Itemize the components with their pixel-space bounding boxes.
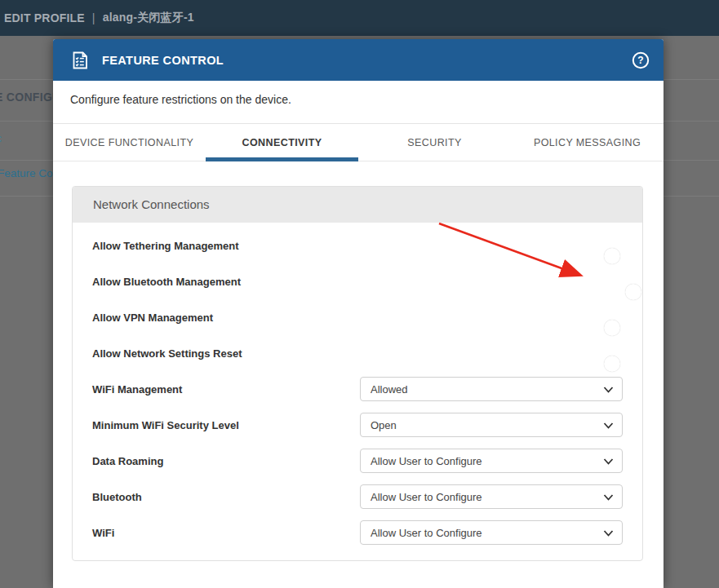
tab-connectivity[interactable]: CONNECTIVITY [206,124,358,161]
active-tab-underline [206,157,358,161]
dialog-header: FEATURE CONTROL ? [53,39,664,81]
tab-label: DEVICE FUNCTIONALITY [65,137,193,148]
chevron-down-icon [603,385,614,395]
tab-security[interactable]: SECURITY [358,124,511,161]
tab-policy-messaging[interactable]: POLICY MESSAGING [511,124,664,161]
setting-row: Allow Tethering Management [73,228,642,263]
tab-device-functionality[interactable]: DEVICE FUNCTIONALITY [53,124,206,161]
setting-label: Data Roaming [92,455,163,467]
dropdown-select[interactable]: Allow User to Configure [360,484,623,509]
setting-row: BluetoothAllow User to Configure [73,479,642,515]
setting-label: Allow Bluetooth Management [92,276,241,288]
chevron-down-icon [603,457,614,466]
setting-label: WiFi Management [92,383,182,396]
dropdown-select[interactable]: Allow User to Configure [360,449,623,473]
toggle-knob [604,248,620,264]
dialog-title: FEATURE CONTROL [102,54,224,67]
toggle-knob [604,356,620,372]
truncated-section-heading: E CONFIGUR [0,91,53,104]
selected-value: Open [371,419,397,431]
tab-bar: DEVICE FUNCTIONALITY CONNECTIVITY SECURI… [53,124,664,161]
setting-label: WiFi [92,527,114,539]
svg-text:?: ? [637,55,643,66]
toggle-knob [604,320,620,336]
setting-row: Allow Bluetooth Management [73,263,642,299]
setting-row: Data RoamingAllow User to Configure [73,443,642,479]
setting-row: Allow Network Settings Reset [73,335,642,371]
truncated-text-fragment: c [0,133,2,144]
setting-row: WiFiAllow User to Configure [73,515,642,550]
setting-label: Allow Network Settings Reset [92,347,242,360]
setting-row: Allow VPN Management [73,299,642,335]
chevron-down-icon [603,421,614,431]
top-bar: EDIT PROFILE | alang-关闭蓝牙-1 [0,0,719,36]
checklist-document-icon [69,50,91,71]
setting-label: Minimum WiFi Security Level [92,419,239,431]
chevron-down-icon [603,528,614,538]
setting-label: Bluetooth [92,491,142,503]
help-icon[interactable]: ? [631,51,650,70]
selected-value: Allow User to Configure [371,491,482,503]
tab-label: CONNECTIVITY [242,137,322,148]
chevron-down-icon [603,493,614,502]
dialog-body: Network Connections Allow Tethering Mana… [53,161,664,561]
setting-row: Minimum WiFi Security LevelOpen [73,407,642,443]
setting-label: Allow VPN Management [92,312,213,324]
dropdown-select[interactable]: Allowed [360,377,623,401]
network-connections-panel: Network Connections Allow Tethering Mana… [72,186,643,561]
page-title: EDIT PROFILE [4,11,85,24]
dimmed-background-left-strip: E CONFIGUR c Feature Con [0,36,53,588]
setting-label: Allow Tethering Management [92,240,239,252]
title-separator: | [92,11,95,24]
dropdown-select[interactable]: Allow User to Configure [360,520,623,545]
tab-label: POLICY MESSAGING [534,137,641,148]
feature-control-dialog: FEATURE CONTROL ? Configure feature rest… [53,39,664,588]
setting-row: WiFi ManagementAllowed [73,371,642,407]
tab-label: SECURITY [407,137,461,148]
section-rows: Allow Tethering ManagementAllow Bluetoot… [73,223,642,560]
section-title: Network Connections [73,187,642,223]
dropdown-select[interactable]: Open [360,413,623,437]
selected-value: Allow User to Configure [371,527,482,539]
toggle-knob [625,284,641,300]
selected-value: Allow User to Configure [371,455,482,467]
dialog-description: Configure feature restrictions on the de… [53,81,664,124]
screen: EDIT PROFILE | alang-关闭蓝牙-1 E CONFIGUR c… [0,0,719,588]
selected-value: Allowed [371,383,408,396]
profile-name: alang-关闭蓝牙-1 [103,11,194,25]
truncated-feature-control-link: Feature Con [0,167,53,179]
